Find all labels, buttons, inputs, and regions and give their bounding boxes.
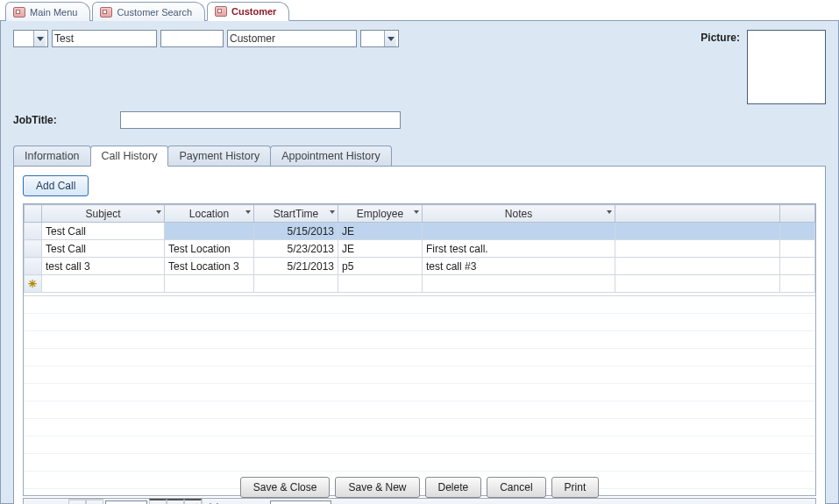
prefix-combo[interactable] bbox=[13, 30, 48, 47]
col-subject[interactable]: Subject bbox=[42, 205, 165, 223]
tab-label: Payment History bbox=[179, 150, 260, 162]
col-label: Employee bbox=[355, 208, 405, 220]
cell-employee[interactable]: JE bbox=[338, 223, 423, 240]
sort-icon bbox=[245, 210, 251, 214]
row-selector[interactable] bbox=[25, 223, 42, 240]
cell-subject[interactable] bbox=[42, 275, 165, 293]
cell-starttime[interactable]: 5/21/2013 bbox=[254, 258, 338, 275]
chevron-down-icon[interactable] bbox=[33, 31, 46, 46]
cell-notes[interactable]: First test call. bbox=[423, 240, 615, 258]
suffix-combo[interactable] bbox=[360, 30, 399, 47]
form-icon bbox=[13, 7, 25, 18]
save-new-button[interactable]: Save & New bbox=[335, 477, 419, 498]
cell-blank[interactable] bbox=[615, 240, 780, 258]
middle-name-field[interactable] bbox=[160, 30, 224, 47]
table-row[interactable]: Test Call 5/15/2013 JE bbox=[25, 223, 815, 240]
delete-button[interactable]: Delete bbox=[425, 477, 482, 498]
print-button[interactable]: Print bbox=[551, 477, 600, 498]
cell-notes[interactable] bbox=[423, 275, 615, 293]
cell-starttime[interactable]: 5/15/2013 bbox=[254, 223, 338, 240]
col-notes[interactable]: Notes bbox=[423, 205, 615, 223]
new-record-row[interactable]: ✳ bbox=[25, 275, 815, 293]
cell-notes[interactable] bbox=[423, 223, 615, 240]
last-name-field[interactable]: Customer bbox=[227, 30, 357, 47]
nav-new-button[interactable]: ▶✳ bbox=[184, 499, 202, 504]
cell-location[interactable]: Test Location 3 bbox=[165, 258, 254, 275]
col-location[interactable]: Location bbox=[165, 205, 254, 223]
grid-empty-area bbox=[24, 295, 815, 495]
cell-location[interactable] bbox=[165, 223, 254, 240]
cell-employee[interactable]: JE bbox=[338, 240, 423, 258]
save-close-button[interactable]: Save & Close bbox=[240, 477, 331, 498]
new-record-icon: ✳ bbox=[28, 278, 37, 290]
sort-icon bbox=[330, 210, 335, 214]
add-call-button[interactable]: Add Call bbox=[23, 175, 89, 196]
picture-box[interactable] bbox=[747, 30, 826, 104]
cell-starttime[interactable]: 5/23/2013 bbox=[254, 240, 338, 258]
doctab-main-menu[interactable]: Main Menu bbox=[5, 2, 90, 21]
cell-employee[interactable]: p5 bbox=[338, 258, 423, 275]
col-blank2[interactable] bbox=[780, 205, 815, 223]
col-label: Subject bbox=[83, 208, 122, 220]
cell-blank[interactable] bbox=[615, 258, 780, 275]
header-row: Subject Location StartTime Employee Note… bbox=[25, 205, 815, 223]
chevron-down-icon[interactable] bbox=[384, 31, 396, 46]
tab-call-history[interactable]: Call History bbox=[90, 146, 169, 167]
sort-icon bbox=[607, 210, 612, 214]
last-name-value: Customer bbox=[230, 32, 275, 45]
tab-appointment-history[interactable]: Appointment History bbox=[270, 146, 392, 167]
calls-datasheet[interactable]: Subject Location StartTime Employee Note… bbox=[23, 203, 816, 496]
doctab-customer-search[interactable]: Customer Search bbox=[92, 2, 205, 21]
cell-notes[interactable]: test call #3 bbox=[423, 258, 615, 275]
cell-employee[interactable] bbox=[338, 275, 423, 293]
cell-blank[interactable] bbox=[615, 223, 780, 240]
picture-area: Picture: bbox=[700, 30, 826, 104]
doctab-label: Customer Search bbox=[117, 7, 192, 18]
customer-form-panel: Test Customer Picture: JobTitle: Inform bbox=[0, 21, 839, 504]
col-label: Notes bbox=[503, 208, 534, 220]
tab-label: Appointment History bbox=[281, 150, 380, 162]
jobtitle-field[interactable] bbox=[120, 111, 401, 129]
select-all-corner[interactable] bbox=[25, 205, 42, 223]
cell-starttime[interactable] bbox=[254, 275, 338, 293]
row-selector[interactable] bbox=[25, 258, 42, 275]
tab-label: Call History bbox=[102, 150, 158, 162]
sort-icon bbox=[414, 210, 419, 214]
nav-next-button[interactable]: ▶ bbox=[149, 499, 167, 504]
document-tabbar: Main Menu Customer Search Customer bbox=[0, 0, 839, 21]
first-name-field[interactable]: Test bbox=[52, 30, 157, 47]
tab-payment-history[interactable]: Payment History bbox=[167, 146, 271, 167]
cell-blank2[interactable] bbox=[780, 240, 815, 258]
cell-subject[interactable]: Test Call bbox=[42, 223, 165, 240]
table-row[interactable]: test call 3 Test Location 3 5/21/2013 p5… bbox=[25, 258, 815, 275]
col-blank[interactable] bbox=[615, 205, 780, 223]
filter-indicator[interactable]: No Filter bbox=[202, 499, 266, 504]
cell-blank2[interactable] bbox=[780, 223, 815, 240]
cell-blank[interactable] bbox=[615, 275, 780, 293]
row-selector-new[interactable]: ✳ bbox=[25, 275, 42, 293]
col-starttime[interactable]: StartTime bbox=[254, 205, 338, 223]
col-employee[interactable]: Employee bbox=[338, 205, 423, 223]
nav-last-button[interactable]: ⏭ bbox=[167, 499, 184, 504]
doctab-customer[interactable]: Customer bbox=[207, 2, 289, 21]
nav-first-button[interactable]: ⏮ bbox=[68, 499, 86, 504]
cell-subject[interactable]: Test Call bbox=[42, 240, 165, 258]
cell-location[interactable] bbox=[165, 275, 254, 293]
row-selector[interactable] bbox=[25, 240, 42, 258]
tab-information[interactable]: Information bbox=[13, 146, 91, 167]
table-row[interactable]: Test Call Test Location 5/23/2013 JE Fir… bbox=[25, 240, 815, 258]
jobtitle-row: JobTitle: bbox=[13, 111, 826, 129]
search-input[interactable] bbox=[270, 500, 331, 504]
form-icon bbox=[215, 6, 227, 17]
nav-prev-button[interactable]: ◀ bbox=[86, 499, 103, 504]
jobtitle-label: JobTitle: bbox=[13, 114, 57, 126]
cell-blank2[interactable] bbox=[780, 275, 815, 293]
cell-blank2[interactable] bbox=[780, 258, 815, 275]
record-navigator: Record: ⏮ ◀ ▶ ⏭ ▶✳ No Filter bbox=[23, 498, 816, 504]
record-position-input[interactable] bbox=[105, 500, 147, 504]
cell-subject[interactable]: test call 3 bbox=[42, 258, 165, 275]
cell-location[interactable]: Test Location bbox=[165, 240, 254, 258]
picture-label: Picture: bbox=[700, 30, 740, 44]
calls-table: Subject Location StartTime Employee Note… bbox=[24, 204, 815, 293]
cancel-button[interactable]: Cancel bbox=[487, 477, 545, 498]
